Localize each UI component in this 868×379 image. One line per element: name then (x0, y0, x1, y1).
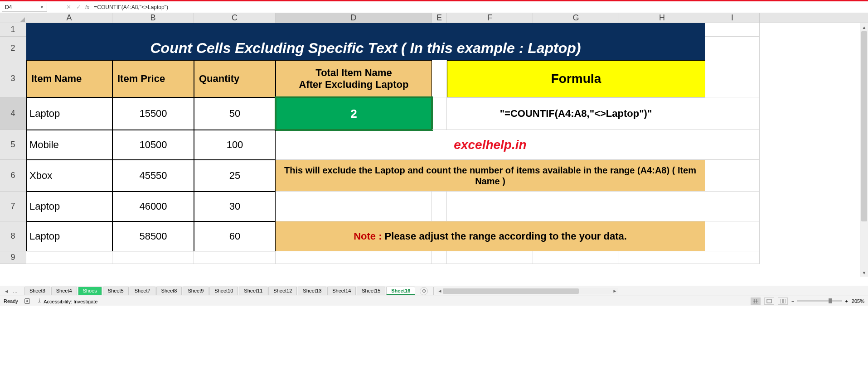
cell-B5[interactable]: 10500 (112, 130, 194, 160)
cell-B8[interactable]: 58500 (112, 221, 194, 251)
tab-sheet10[interactable]: Sheet10 (209, 287, 238, 295)
row-header-3[interactable]: 3 (0, 60, 26, 97)
tab-shoes[interactable]: Shoes (78, 287, 102, 295)
tab-sheet15[interactable]: Sheet15 (357, 287, 385, 295)
column-header-H[interactable]: H (619, 13, 705, 23)
cell-I6[interactable] (705, 160, 760, 192)
horizontal-scrollbar[interactable]: ◄ ► (436, 288, 618, 294)
tab-sheet8[interactable]: Sheet8 (156, 287, 182, 295)
zoom-level[interactable]: 205% (852, 298, 864, 304)
cell-E3[interactable] (432, 60, 447, 97)
cell-C9[interactable] (194, 251, 276, 264)
chevron-down-icon[interactable]: ▼ (40, 5, 44, 10)
page-layout-view-button[interactable] (764, 297, 774, 305)
tab-sheet13[interactable]: Sheet13 (298, 287, 326, 295)
zoom-slider[interactable]: − + (791, 298, 848, 304)
tab-nav-dots-icon[interactable]: … (11, 288, 19, 294)
row-header-1[interactable]: 1 (0, 23, 26, 37)
cell-D9[interactable] (276, 251, 432, 264)
column-header-A[interactable]: A (26, 13, 112, 23)
column-header-E[interactable]: E (432, 13, 447, 23)
cell-A7[interactable]: Laptop (26, 192, 112, 221)
cell-I8[interactable] (705, 221, 760, 251)
cell-A8[interactable]: Laptop (26, 221, 112, 251)
scroll-up-icon[interactable]: ▲ (860, 23, 868, 31)
cell-C4[interactable]: 50 (194, 97, 276, 130)
hscroll-thumb[interactable] (443, 288, 579, 294)
cell-F9[interactable] (447, 251, 533, 264)
zoom-in-button[interactable]: + (845, 298, 848, 304)
formula-input[interactable]: =COUNTIF(A4:A8,"<>Laptop") (91, 4, 866, 10)
tab-sheet9[interactable]: Sheet9 (183, 287, 209, 295)
column-header-G[interactable]: G (533, 13, 619, 23)
cell-E9[interactable] (432, 251, 447, 264)
cell-B9[interactable] (112, 251, 194, 264)
cell-E4[interactable] (432, 97, 447, 130)
cell-I5[interactable] (705, 130, 760, 160)
tab-sheet7[interactable]: Sheet7 (130, 287, 155, 295)
row-header-2[interactable]: 2 (0, 37, 26, 60)
scroll-down-icon[interactable]: ▼ (860, 269, 868, 277)
tab-sheet3[interactable]: Sheet3 (24, 287, 50, 295)
row-header-7[interactable]: 7 (0, 192, 26, 221)
cell-C7[interactable]: 30 (194, 192, 276, 221)
tab-nav-prev-icon[interactable]: ◄ (3, 288, 10, 294)
normal-view-button[interactable] (751, 297, 761, 305)
column-header-D[interactable]: D (276, 13, 432, 23)
cell-A4[interactable]: Laptop (26, 97, 112, 130)
macro-record-icon[interactable] (24, 298, 30, 304)
tab-sheet16[interactable]: Sheet16 (386, 287, 415, 295)
row-header-5[interactable]: 5 (0, 130, 26, 160)
tab-sheet12[interactable]: Sheet12 (268, 287, 297, 295)
cell-A9[interactable] (26, 251, 112, 264)
cell-A5[interactable]: Mobile (26, 130, 112, 160)
accessibility-status[interactable]: Accessibility: Investigate (36, 297, 98, 304)
header-item-name[interactable]: Item Name (26, 60, 112, 97)
note-text[interactable]: Note : Please adjust the range according… (276, 221, 705, 251)
cell-I9[interactable] (705, 251, 760, 264)
cell-D7[interactable] (276, 192, 432, 221)
watermark-text[interactable]: excelhelp.in (276, 130, 705, 160)
name-box[interactable]: D4 ▼ (2, 3, 47, 12)
cell-E7[interactable] (432, 192, 447, 221)
column-header-B[interactable]: B (112, 13, 194, 23)
scroll-thumb[interactable] (861, 31, 867, 221)
row-header-6[interactable]: 6 (0, 160, 26, 192)
tab-sheet4[interactable]: Sheet4 (51, 287, 77, 295)
cell-C8[interactable]: 60 (194, 221, 276, 251)
explanation-text[interactable]: This will exclude the Laptop and count t… (276, 160, 705, 192)
column-header-C[interactable]: C (194, 13, 276, 23)
cell-H9[interactable] (619, 251, 705, 264)
cell-C6[interactable]: 25 (194, 160, 276, 192)
add-sheet-button[interactable]: ⊕ (420, 287, 428, 295)
title-banner-text[interactable]: Count Cells Excluding Specific Text ( In… (26, 37, 705, 60)
zoom-thumb[interactable] (829, 298, 832, 303)
row-header-8[interactable]: 8 (0, 221, 26, 251)
scroll-right-icon[interactable]: ► (611, 288, 618, 293)
cell-F7[interactable] (447, 192, 705, 221)
select-all-button[interactable] (0, 13, 26, 23)
tab-sheet14[interactable]: Sheet14 (327, 287, 356, 295)
cell-I1[interactable] (705, 23, 760, 37)
cell-I2[interactable] (705, 37, 760, 60)
header-item-price[interactable]: Item Price (112, 60, 194, 97)
vertical-scrollbar[interactable]: ▲ ▼ (860, 23, 868, 277)
formula-display[interactable]: "=COUNTIF(A4:A8,"<>Laptop")" (447, 97, 705, 130)
header-total-after[interactable]: Total Item NameAfter Excluding Laptop (276, 60, 432, 97)
tab-sheet11[interactable]: Sheet11 (239, 287, 267, 295)
cell-G9[interactable] (533, 251, 619, 264)
cell-I4[interactable] (705, 97, 760, 130)
row-header-4[interactable]: 4 (0, 97, 26, 130)
cell-I7[interactable] (705, 192, 760, 221)
cell-B7[interactable]: 46000 (112, 192, 194, 221)
column-header-I[interactable]: I (705, 13, 760, 23)
header-quantity[interactable]: Quantity (194, 60, 276, 97)
cell-A6[interactable]: Xbox (26, 160, 112, 192)
fx-icon[interactable]: fx (85, 4, 89, 10)
zoom-out-button[interactable]: − (791, 298, 794, 304)
scroll-left-icon[interactable]: ◄ (436, 288, 443, 293)
row-header-9[interactable]: 9 (0, 251, 26, 264)
header-formula[interactable]: Formula (447, 60, 705, 97)
cell-B6[interactable]: 45550 (112, 160, 194, 192)
title-banner[interactable] (26, 23, 705, 37)
